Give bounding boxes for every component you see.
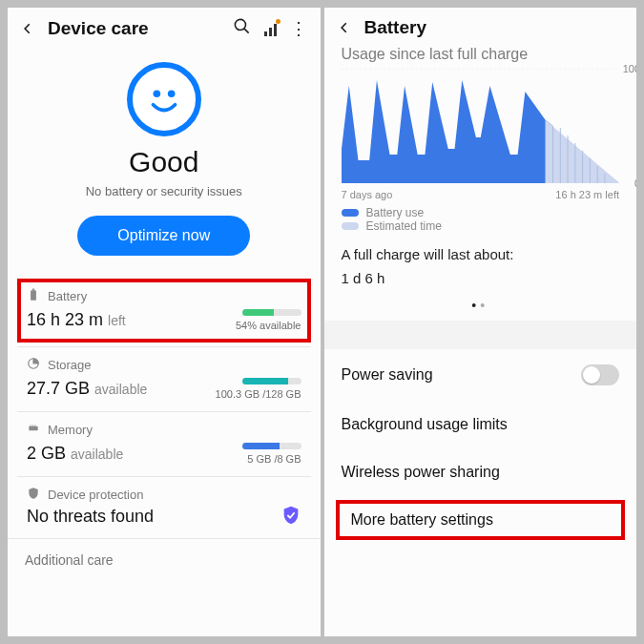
power-saving-toggle[interactable] (581, 364, 619, 385)
memory-suffix: available (71, 447, 123, 462)
svg-line-1 (243, 29, 248, 33)
chart-label-left: 7 days ago (342, 189, 393, 200)
usage-chart: 100 0 (342, 69, 620, 183)
additional-care[interactable]: Additional care (8, 538, 321, 581)
usage-heading: Usage since last full charge (324, 46, 637, 69)
memory-label: Memory (48, 423, 93, 437)
battery-time-suffix: left (108, 313, 126, 328)
header: Device care ⋮ (8, 8, 321, 47)
back-icon[interactable] (21, 22, 34, 35)
legend-battery-use-icon (342, 209, 359, 217)
chart-axis-bottom: 0 (634, 177, 636, 189)
storage-total: /128 GB (262, 388, 301, 400)
svg-point-3 (168, 90, 176, 97)
status-subtitle: No battery or security issues (27, 184, 301, 198)
protection-label: Device protection (48, 488, 143, 502)
battery-card[interactable]: Battery 16 h 23 m left 54% available (17, 279, 311, 343)
svg-rect-7 (29, 426, 37, 431)
background-usage-limits-item[interactable]: Background usage limits (324, 401, 637, 448)
full-charge-value: 1 d 6 h (324, 270, 637, 298)
back-icon[interactable] (338, 21, 351, 34)
legend-estimated: Estimated time (366, 219, 442, 233)
battery-time: 16 h 23 m (27, 310, 103, 330)
svg-point-2 (153, 90, 160, 97)
battery-label: Battery (48, 289, 87, 303)
storage-main: 27.7 GB (27, 379, 90, 399)
svg-rect-10 (34, 426, 35, 426)
legend-battery-use: Battery use (366, 206, 425, 219)
storage-icon (27, 357, 40, 373)
memory-icon (27, 422, 40, 438)
shield-check-icon (280, 505, 301, 526)
page-title: Battery (364, 17, 426, 38)
page-title: Device care (48, 18, 149, 39)
svg-rect-8 (31, 426, 31, 426)
memory-used: 5 GB (247, 453, 271, 465)
storage-card[interactable]: Storage 27.7 GB available 100.3 GB /128 … (17, 346, 311, 411)
shield-icon (27, 487, 40, 503)
bg-limits-label: Background usage limits (342, 416, 508, 433)
page-indicator: •• (324, 298, 637, 321)
power-saving-item[interactable]: Power saving (324, 349, 637, 401)
storage-suffix: available (94, 382, 147, 397)
wireless-power-sharing-item[interactable]: Wireless power sharing (324, 448, 637, 496)
protection-status: No threats found (27, 507, 154, 527)
search-icon[interactable] (233, 17, 251, 39)
more-settings-label: More battery settings (351, 511, 493, 528)
battery-bar (242, 309, 301, 316)
legend-estimated-icon (342, 222, 359, 230)
storage-label: Storage (48, 358, 92, 372)
device-care-screen: Device care ⋮ Good No batter (8, 8, 321, 636)
status-text: Good (27, 146, 301, 178)
svg-rect-5 (32, 289, 34, 291)
storage-bar (242, 378, 301, 384)
memory-card[interactable]: Memory 2 GB available 5 GB /8 GB (17, 411, 311, 476)
battery-screen: Battery Usage since last full charge 100… (324, 8, 637, 636)
memory-total: /8 GB (274, 453, 301, 465)
chart-label-right: 16 h 23 m left (555, 189, 619, 200)
svg-rect-4 (31, 290, 36, 301)
status-smiley-icon (127, 62, 201, 136)
status-summary: Good No battery or security issues Optim… (8, 47, 321, 275)
memory-bar (242, 443, 301, 449)
storage-used: 100.3 GB (216, 388, 260, 400)
svg-rect-9 (32, 426, 33, 426)
more-battery-settings-item[interactable]: More battery settings (336, 500, 626, 540)
signal-icon (264, 21, 277, 36)
full-charge-desc: A full charge will last about: (324, 242, 637, 270)
more-icon[interactable]: ⋮ (290, 18, 307, 39)
chart-legend: Battery use Estimated time (342, 206, 620, 233)
header: Battery (324, 8, 637, 46)
device-protection-card[interactable]: Device protection No threats found (17, 476, 311, 538)
svg-point-0 (235, 19, 245, 30)
battery-available: 54% available (236, 320, 301, 331)
optimize-button[interactable]: Optimize now (77, 216, 250, 256)
power-saving-label: Power saving (342, 366, 433, 384)
wireless-share-label: Wireless power sharing (342, 464, 500, 481)
chart-axis-top: 100 (623, 63, 636, 74)
memory-main: 2 GB (27, 444, 66, 464)
battery-icon (27, 288, 40, 304)
